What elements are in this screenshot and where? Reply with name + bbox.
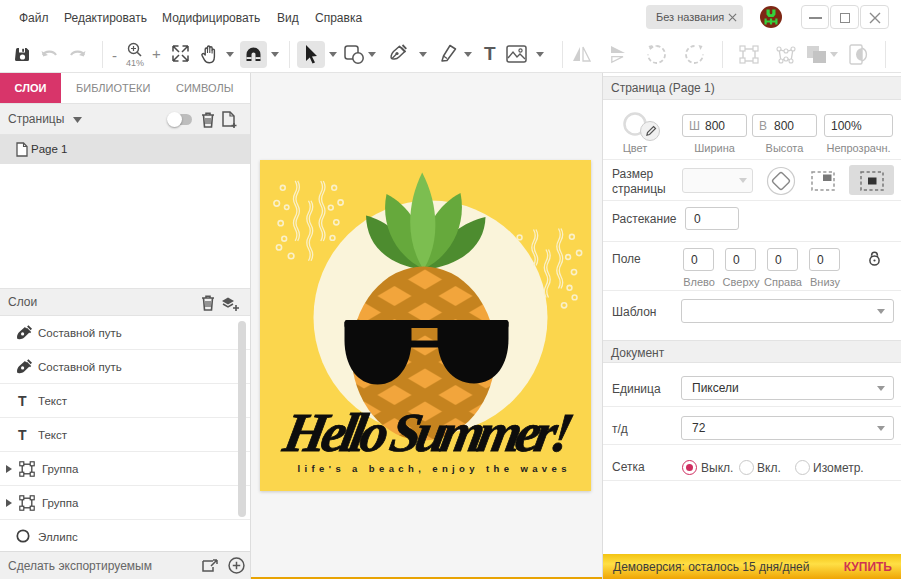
svg-text:life's a beach, enjoy the wave: life's a beach, enjoy the waves bbox=[298, 463, 567, 474]
svg-text:Hello Summer!: Hello Summer! bbox=[278, 403, 579, 463]
